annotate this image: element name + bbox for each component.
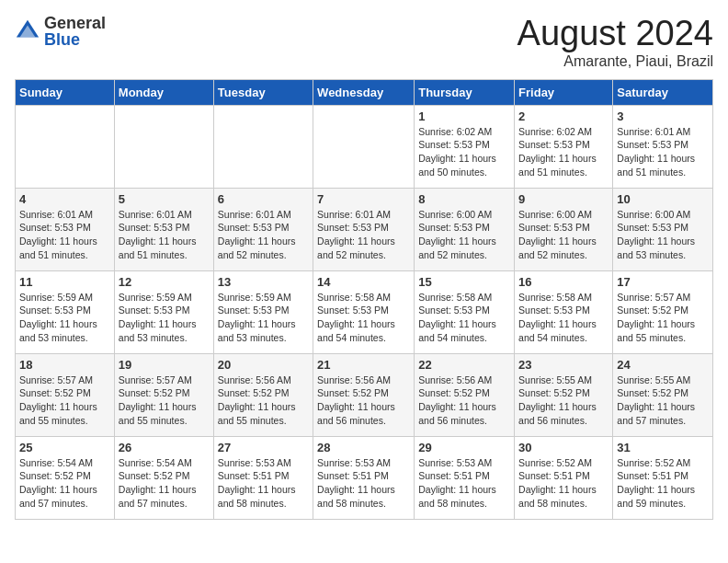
logo-blue: Blue — [44, 31, 106, 48]
day-info: Sunrise: 5:56 AMSunset: 5:52 PMDaylight:… — [418, 373, 510, 428]
day-cell: 26Sunrise: 5:54 AMSunset: 5:52 PMDayligh… — [114, 436, 213, 519]
day-header-tuesday: Tuesday — [213, 79, 313, 105]
day-number: 8 — [418, 192, 510, 206]
day-number: 12 — [119, 275, 210, 289]
day-number: 18 — [19, 358, 110, 372]
day-header-sunday: Sunday — [16, 79, 115, 105]
day-info: Sunrise: 6:01 AMSunset: 5:53 PMDaylight:… — [218, 208, 309, 262]
day-cell: 28Sunrise: 5:53 AMSunset: 5:51 PMDayligh… — [313, 436, 415, 519]
day-cell: 29Sunrise: 5:53 AMSunset: 5:51 PMDayligh… — [415, 436, 515, 519]
day-number: 31 — [617, 441, 709, 454]
day-info: Sunrise: 5:56 AMSunset: 5:52 PMDaylight:… — [218, 373, 309, 428]
day-info: Sunrise: 5:59 AMSunset: 5:53 PMDaylight:… — [218, 291, 309, 345]
day-number: 5 — [119, 192, 210, 206]
day-info: Sunrise: 5:59 AMSunset: 5:53 PMDaylight:… — [19, 291, 110, 345]
day-cell: 12Sunrise: 5:59 AMSunset: 5:53 PMDayligh… — [114, 270, 213, 353]
day-cell — [313, 105, 415, 188]
day-number: 27 — [218, 441, 309, 454]
calendar-subtitle: Amarante, Piaui, Brazil — [518, 53, 713, 70]
day-header-friday: Friday — [515, 79, 613, 105]
day-cell: 13Sunrise: 5:59 AMSunset: 5:53 PMDayligh… — [213, 270, 313, 353]
day-cell: 17Sunrise: 5:57 AMSunset: 5:52 PMDayligh… — [613, 270, 713, 353]
day-header-saturday: Saturday — [613, 79, 713, 105]
day-info: Sunrise: 5:57 AMSunset: 5:52 PMDaylight:… — [19, 373, 110, 428]
day-cell: 25Sunrise: 5:54 AMSunset: 5:52 PMDayligh… — [16, 436, 115, 519]
day-cell: 30Sunrise: 5:52 AMSunset: 5:51 PMDayligh… — [515, 436, 613, 519]
day-cell: 27Sunrise: 5:53 AMSunset: 5:51 PMDayligh… — [213, 436, 313, 519]
day-number: 21 — [317, 358, 410, 372]
day-cell: 21Sunrise: 5:56 AMSunset: 5:52 PMDayligh… — [313, 353, 415, 436]
day-cell: 16Sunrise: 5:58 AMSunset: 5:53 PMDayligh… — [515, 270, 613, 353]
day-header-thursday: Thursday — [415, 79, 515, 105]
calendar-table: SundayMondayTuesdayWednesdayThursdayFrid… — [15, 79, 713, 520]
day-number: 17 — [617, 275, 709, 289]
day-number: 3 — [617, 109, 709, 123]
day-header-wednesday: Wednesday — [313, 79, 415, 105]
day-info: Sunrise: 6:01 AMSunset: 5:53 PMDaylight:… — [119, 208, 210, 262]
day-cell: 5Sunrise: 6:01 AMSunset: 5:53 PMDaylight… — [114, 188, 213, 270]
day-cell: 14Sunrise: 5:58 AMSunset: 5:53 PMDayligh… — [313, 270, 415, 353]
title-area: August 2024 Amarante, Piaui, Brazil — [518, 15, 713, 70]
day-cell: 20Sunrise: 5:56 AMSunset: 5:52 PMDayligh… — [213, 353, 313, 436]
day-number: 7 — [317, 192, 410, 206]
day-number: 26 — [119, 441, 210, 454]
day-cell: 8Sunrise: 6:00 AMSunset: 5:53 PMDaylight… — [415, 188, 515, 270]
logo: General Blue — [15, 15, 106, 48]
logo-text: General Blue — [44, 15, 106, 48]
day-info: Sunrise: 5:52 AMSunset: 5:51 PMDaylight:… — [617, 456, 709, 511]
day-info: Sunrise: 6:00 AMSunset: 5:53 PMDaylight:… — [518, 208, 609, 262]
day-number: 15 — [418, 275, 510, 289]
day-header-monday: Monday — [114, 79, 213, 105]
day-info: Sunrise: 5:52 AMSunset: 5:51 PMDaylight:… — [518, 456, 609, 511]
day-info: Sunrise: 5:55 AMSunset: 5:52 PMDaylight:… — [617, 373, 709, 428]
day-info: Sunrise: 6:02 AMSunset: 5:53 PMDaylight:… — [418, 125, 510, 179]
day-cell: 6Sunrise: 6:01 AMSunset: 5:53 PMDaylight… — [213, 188, 313, 270]
day-cell: 11Sunrise: 5:59 AMSunset: 5:53 PMDayligh… — [16, 270, 115, 353]
day-info: Sunrise: 6:01 AMSunset: 5:53 PMDaylight:… — [617, 125, 709, 179]
day-info: Sunrise: 5:54 AMSunset: 5:52 PMDaylight:… — [19, 456, 110, 511]
day-cell: 19Sunrise: 5:57 AMSunset: 5:52 PMDayligh… — [114, 353, 213, 436]
day-info: Sunrise: 5:54 AMSunset: 5:52 PMDaylight:… — [119, 456, 210, 511]
logo-icon — [15, 18, 40, 44]
day-info: Sunrise: 5:59 AMSunset: 5:53 PMDaylight:… — [119, 291, 210, 345]
day-number: 13 — [218, 275, 309, 289]
day-number: 14 — [317, 275, 410, 289]
day-cell: 3Sunrise: 6:01 AMSunset: 5:53 PMDaylight… — [613, 105, 713, 188]
day-info: Sunrise: 6:02 AMSunset: 5:53 PMDaylight:… — [518, 125, 609, 179]
day-number: 20 — [218, 358, 309, 372]
day-info: Sunrise: 5:53 AMSunset: 5:51 PMDaylight:… — [418, 456, 510, 511]
day-cell: 2Sunrise: 6:02 AMSunset: 5:53 PMDaylight… — [515, 105, 613, 188]
day-number: 1 — [418, 109, 510, 123]
week-row-3: 11Sunrise: 5:59 AMSunset: 5:53 PMDayligh… — [16, 270, 713, 353]
day-number: 11 — [19, 275, 110, 289]
day-info: Sunrise: 5:55 AMSunset: 5:52 PMDaylight:… — [518, 373, 609, 428]
day-info: Sunrise: 5:58 AMSunset: 5:53 PMDaylight:… — [317, 291, 410, 345]
day-cell — [213, 105, 313, 188]
day-info: Sunrise: 5:53 AMSunset: 5:51 PMDaylight:… — [317, 456, 410, 511]
day-cell: 22Sunrise: 5:56 AMSunset: 5:52 PMDayligh… — [415, 353, 515, 436]
day-cell: 1Sunrise: 6:02 AMSunset: 5:53 PMDaylight… — [415, 105, 515, 188]
day-info: Sunrise: 5:58 AMSunset: 5:53 PMDaylight:… — [418, 291, 510, 345]
day-cell: 9Sunrise: 6:00 AMSunset: 5:53 PMDaylight… — [515, 188, 613, 270]
day-number: 19 — [119, 358, 210, 372]
day-info: Sunrise: 5:58 AMSunset: 5:53 PMDaylight:… — [518, 291, 609, 345]
day-number: 4 — [19, 192, 110, 206]
week-row-1: 1Sunrise: 6:02 AMSunset: 5:53 PMDaylight… — [16, 105, 713, 188]
logo-general: General — [44, 15, 106, 31]
day-cell: 10Sunrise: 6:00 AMSunset: 5:53 PMDayligh… — [613, 188, 713, 270]
day-info: Sunrise: 5:57 AMSunset: 5:52 PMDaylight:… — [617, 291, 709, 345]
day-number: 25 — [19, 441, 110, 454]
day-info: Sunrise: 5:57 AMSunset: 5:52 PMDaylight:… — [119, 373, 210, 428]
day-cell: 4Sunrise: 6:01 AMSunset: 5:53 PMDaylight… — [16, 188, 115, 270]
day-number: 10 — [617, 192, 709, 206]
week-row-4: 18Sunrise: 5:57 AMSunset: 5:52 PMDayligh… — [16, 353, 713, 436]
day-number: 16 — [518, 275, 609, 289]
day-cell — [16, 105, 115, 188]
day-number: 6 — [218, 192, 309, 206]
week-row-2: 4Sunrise: 6:01 AMSunset: 5:53 PMDaylight… — [16, 188, 713, 270]
header: General Blue August 2024 Amarante, Piaui… — [15, 15, 713, 70]
day-info: Sunrise: 5:56 AMSunset: 5:52 PMDaylight:… — [317, 373, 410, 428]
calendar-title: August 2024 — [518, 15, 713, 53]
days-header-row: SundayMondayTuesdayWednesdayThursdayFrid… — [16, 79, 713, 105]
week-row-5: 25Sunrise: 5:54 AMSunset: 5:52 PMDayligh… — [16, 436, 713, 519]
